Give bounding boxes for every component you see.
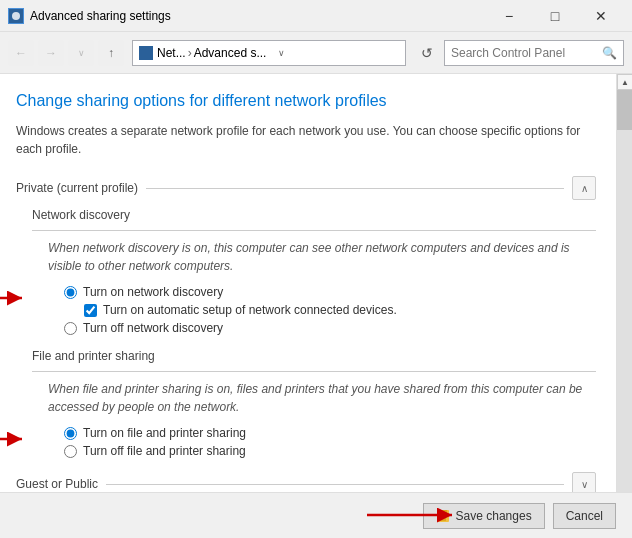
- turn-on-file-printer-sharing-option[interactable]: Turn on file and printer sharing: [64, 426, 596, 440]
- auto-setup-label: Turn on automatic setup of network conne…: [103, 303, 397, 317]
- up-button[interactable]: ↑: [98, 40, 124, 66]
- search-input[interactable]: [451, 46, 598, 60]
- address-dropdown-button[interactable]: ∨: [274, 46, 288, 60]
- network-discovery-description: When network discovery is on, this compu…: [48, 239, 596, 275]
- turn-on-network-discovery-label: Turn on network discovery: [83, 285, 223, 299]
- back-button[interactable]: ←: [8, 40, 34, 66]
- auto-setup-checkbox[interactable]: [84, 304, 97, 317]
- nav-bar: ← → ∨ ↑ Net... › Advanced s... ∨ ↺ 🔍: [0, 32, 632, 74]
- turn-on-file-printer-sharing-radio[interactable]: [64, 427, 77, 440]
- page-title: Change sharing options for different net…: [16, 90, 596, 112]
- file-printer-sharing-divider: [32, 371, 596, 372]
- scroll-up-button[interactable]: ▲: [617, 74, 632, 90]
- turn-off-file-printer-sharing-option[interactable]: Turn off file and printer sharing: [64, 444, 596, 458]
- cancel-button[interactable]: Cancel: [553, 503, 616, 529]
- network-discovery-options: Turn on network discovery Turn on automa…: [32, 285, 596, 335]
- private-profile-label: Private (current profile): [16, 181, 138, 195]
- breadcrumb-part1: Net...: [157, 46, 186, 60]
- main-container: Change sharing options for different net…: [0, 74, 632, 538]
- maximize-button[interactable]: □: [532, 0, 578, 32]
- scrollable-content[interactable]: Change sharing options for different net…: [0, 74, 616, 492]
- window-title: Advanced sharing settings: [30, 9, 171, 23]
- private-profile-header: Private (current profile) ∧: [16, 176, 596, 200]
- guest-profile-chevron[interactable]: ∨: [572, 472, 596, 492]
- file-printer-sharing-section: File and printer sharing When file and p…: [32, 349, 596, 458]
- turn-on-network-discovery-radio[interactable]: [64, 286, 77, 299]
- refresh-button[interactable]: ↺: [414, 40, 440, 66]
- turn-on-file-printer-sharing-label: Turn on file and printer sharing: [83, 426, 246, 440]
- page-subtitle: Windows creates a separate network profi…: [16, 122, 596, 158]
- svg-point-1: [12, 12, 20, 20]
- save-icon-svg: [436, 509, 450, 523]
- close-button[interactable]: ✕: [578, 0, 624, 32]
- arrow-network-discovery: [0, 287, 32, 309]
- scroll-thumb[interactable]: [617, 90, 632, 130]
- turn-on-network-discovery-option[interactable]: Turn on network discovery: [64, 285, 596, 299]
- address-icon: [139, 46, 153, 60]
- private-profile-divider: [146, 188, 564, 189]
- svg-rect-10: [440, 517, 446, 521]
- title-bar: Advanced sharing settings − □ ✕: [0, 0, 632, 32]
- save-changes-label: Save changes: [456, 509, 532, 523]
- bottom-bar: Save changes Cancel: [0, 492, 632, 538]
- private-profile-chevron[interactable]: ∧: [572, 176, 596, 200]
- app-icon: [8, 8, 24, 24]
- guest-profile-header: Guest or Public ∨: [16, 472, 596, 492]
- turn-off-file-printer-sharing-radio[interactable]: [64, 445, 77, 458]
- turn-off-network-discovery-label: Turn off network discovery: [83, 321, 223, 335]
- save-changes-button[interactable]: Save changes: [423, 503, 545, 529]
- minimize-button[interactable]: −: [486, 0, 532, 32]
- turn-off-network-discovery-radio[interactable]: [64, 322, 77, 335]
- save-icon: [436, 509, 450, 523]
- file-printer-sharing-options: Turn on file and printer sharing Turn of…: [32, 426, 596, 458]
- turn-off-network-discovery-option[interactable]: Turn off network discovery: [64, 321, 596, 335]
- network-discovery-divider: [32, 230, 596, 231]
- turn-off-file-printer-sharing-label: Turn off file and printer sharing: [83, 444, 246, 458]
- window-controls: − □ ✕: [486, 0, 624, 32]
- breadcrumb: Net... › Advanced s...: [157, 46, 266, 60]
- private-profile-section: Private (current profile) ∧ Network disc…: [16, 176, 596, 458]
- network-discovery-section: Network discovery When network discovery…: [32, 208, 596, 335]
- file-printer-sharing-description: When file and printer sharing is on, fil…: [48, 380, 596, 416]
- file-printer-sharing-title: File and printer sharing: [32, 349, 596, 363]
- breadcrumb-sep1: ›: [188, 46, 192, 60]
- guest-profile-divider: [106, 484, 564, 485]
- scrollbar[interactable]: ▲ ▼: [616, 74, 632, 538]
- network-discovery-title: Network discovery: [32, 208, 596, 222]
- address-bar[interactable]: Net... › Advanced s... ∨: [132, 40, 406, 66]
- search-icon[interactable]: 🔍: [602, 46, 617, 60]
- auto-setup-option[interactable]: Turn on automatic setup of network conne…: [84, 303, 596, 317]
- guest-profile-section: Guest or Public ∨: [16, 472, 596, 492]
- breadcrumb-part2: Advanced s...: [194, 46, 267, 60]
- arrow-file-printer-sharing: [0, 428, 32, 450]
- scroll-track[interactable]: [617, 90, 632, 522]
- search-bar[interactable]: 🔍: [444, 40, 624, 66]
- dropdown-arrow-button[interactable]: ∨: [68, 40, 94, 66]
- forward-button[interactable]: →: [38, 40, 64, 66]
- guest-profile-label: Guest or Public: [16, 477, 98, 491]
